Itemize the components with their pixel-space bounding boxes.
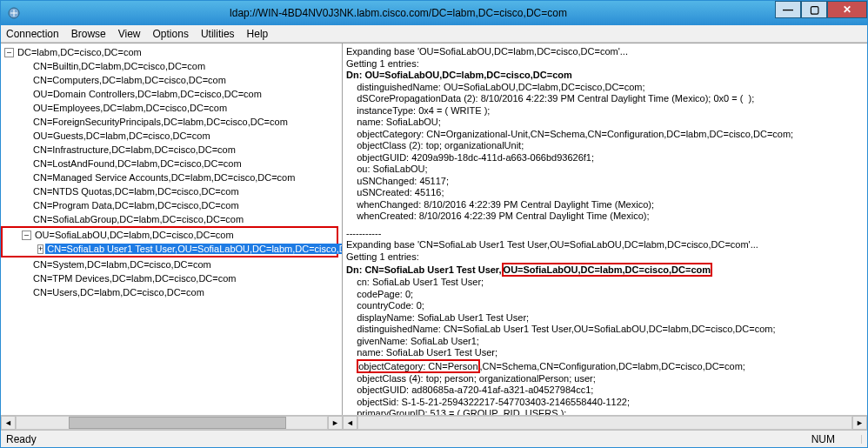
- details-objectcategory: objectCategory: CN=Person,CN=Schema,CN=C…: [346, 359, 864, 373]
- menu-bar: Connection Browse View Options Utilities…: [1, 25, 867, 43]
- expand-placeholder-icon: [20, 159, 30, 169]
- tree-item-label[interactable]: CN=Users,DC=labm,DC=cisco,DC=com: [31, 287, 206, 298]
- tree-item[interactable]: CN=Managed Service Accounts,DC=labm,DC=c…: [1, 171, 342, 184]
- details-line: objectCategory: CN=Organizational-Unit,C…: [346, 129, 864, 141]
- collapse-icon[interactable]: –: [4, 48, 14, 57]
- details-line: dSCorePropagationData (2): 8/10/2016 4:2…: [346, 93, 864, 105]
- tree-ou-child-label[interactable]: CN=SofiaLab User1 Test User,OU=SofiaLabO…: [45, 244, 343, 254]
- tree-item[interactable]: CN=System,DC=labm,DC=cisco,DC=com: [1, 257, 342, 271]
- expand-placeholder-icon: [20, 201, 30, 211]
- tree-item[interactable]: CN=NTDS Quotas,DC=labm,DC=cisco,DC=com: [1, 184, 342, 198]
- expand-placeholder-icon: [20, 215, 30, 224]
- tree-ou-child[interactable]: + CN=SofiaLab User1 Test User,OU=SofiaLa…: [3, 242, 337, 256]
- menu-utilities[interactable]: Utilities: [201, 28, 235, 40]
- status-separator: [861, 435, 862, 444]
- details-line: ou: SofiaLabOU;: [346, 164, 864, 176]
- menu-options[interactable]: Options: [153, 28, 189, 40]
- highlight-ou-dn: OU=SofiaLabOU,DC=labm,DC=cisco,DC=com: [502, 263, 712, 277]
- tree-item[interactable]: CN=Program Data,DC=labm,DC=cisco,DC=com: [1, 198, 342, 212]
- scroll-thumb[interactable]: [69, 417, 286, 429]
- details-line: objectClass (2): top; organizationalUnit…: [346, 140, 864, 152]
- status-num: NUM: [811, 433, 835, 445]
- scroll-left-icon[interactable]: ◄: [1, 416, 16, 430]
- scroll-track[interactable]: [357, 416, 852, 430]
- tree-item[interactable]: CN=Builtin,DC=labm,DC=cisco,DC=com: [1, 59, 342, 73]
- tree-item-label[interactable]: CN=NTDS Quotas,DC=labm,DC=cisco,DC=com: [31, 186, 241, 197]
- highlight-objectcategory: objectCategory: CN=Person: [357, 359, 479, 373]
- highlighted-ou-group: – OU=SofiaLabOU,DC=labm,DC=cisco,DC=com …: [1, 226, 338, 257]
- tree-item-label[interactable]: OU=Domain Controllers,DC=labm,DC=cisco,D…: [31, 89, 264, 99]
- expand-placeholder-icon: [20, 117, 30, 127]
- details-line: primaryGroupID: 513 = ( GROUP_RID_USERS …: [346, 408, 864, 415]
- minimize-button[interactable]: —: [775, 1, 801, 18]
- details-separator: -----------: [346, 228, 864, 240]
- expand-placeholder-icon: [20, 145, 30, 155]
- tree-item-label[interactable]: CN=Managed Service Accounts,DC=labm,DC=c…: [31, 172, 297, 183]
- tree-root-label[interactable]: DC=labm,DC=cisco,DC=com: [16, 47, 144, 57]
- maximize-button[interactable]: ▢: [801, 1, 827, 18]
- tree-item-label[interactable]: OU=Guests,DC=labm,DC=cisco,DC=com: [31, 130, 212, 141]
- tree-item[interactable]: CN=TPM Devices,DC=labm,DC=cisco,DC=com: [1, 271, 342, 285]
- tree-hscrollbar[interactable]: ◄ ►: [1, 415, 343, 430]
- tree-item[interactable]: OU=Guests,DC=labm,DC=cisco,DC=com: [1, 129, 342, 143]
- expand-placeholder-icon: [20, 76, 30, 85]
- menu-help[interactable]: Help: [247, 28, 269, 40]
- details-line: distinguishedName: CN=SofiaLab User1 Tes…: [346, 324, 864, 336]
- details-line: whenChanged: 8/10/2016 4:22:39 PM Centra…: [346, 199, 864, 211]
- details-line: Getting 1 entries:: [346, 251, 864, 264]
- tree-item[interactable]: CN=SofiaLabGroup,DC=labm,DC=cisco,DC=com: [1, 212, 342, 226]
- main-split: – DC=labm,DC=cisco,DC=com CN=Builtin,DC=…: [1, 43, 867, 415]
- details-line: givenName: SofiaLab User1;: [346, 336, 864, 348]
- details-line: objectClass (4): top; person; organizati…: [346, 373, 864, 385]
- expand-icon[interactable]: +: [37, 244, 43, 254]
- tree-item-label[interactable]: CN=Builtin,DC=labm,DC=cisco,DC=com: [31, 61, 207, 71]
- details-line: countryCode: 0;: [346, 300, 864, 312]
- details-line: name: SofiaLab User1 Test User;: [346, 347, 864, 359]
- tree-item[interactable]: CN=ForeignSecurityPrincipals,DC=labm,DC=…: [1, 115, 342, 129]
- tree-item-label[interactable]: CN=Infrastructure,DC=labm,DC=cisco,DC=co…: [31, 144, 237, 155]
- window-title: ldap://WIN-4BD4NV0J3NK.labm.cisco.com/DC…: [22, 7, 775, 19]
- tree-ou-parent[interactable]: – OU=SofiaLabOU,DC=labm,DC=cisco,DC=com: [3, 228, 337, 242]
- menu-view[interactable]: View: [118, 28, 141, 40]
- scroll-track[interactable]: [16, 416, 328, 430]
- scroll-left-icon[interactable]: ◄: [343, 416, 357, 430]
- details-line: cn: SofiaLab User1 Test User;: [346, 277, 864, 289]
- tree-ou-parent-label[interactable]: OU=SofiaLabOU,DC=labm,DC=cisco,DC=com: [33, 230, 236, 240]
- scroll-right-icon[interactable]: ►: [852, 416, 867, 430]
- expand-placeholder-icon: [20, 274, 30, 284]
- close-button[interactable]: ✕: [827, 1, 867, 18]
- tree-root[interactable]: – DC=labm,DC=cisco,DC=com: [1, 45, 342, 59]
- details-line: uSNChanged: 45117;: [346, 176, 864, 188]
- tree-item-label[interactable]: CN=System,DC=labm,DC=cisco,DC=com: [31, 259, 213, 270]
- details-line: distinguishedName: OU=SofiaLabOU,DC=labm…: [346, 82, 864, 94]
- details-pane[interactable]: Expanding base 'OU=SofiaLabOU,DC=labm,DC…: [343, 43, 867, 415]
- tree-item[interactable]: CN=Computers,DC=labm,DC=cisco,DC=com: [1, 73, 342, 87]
- details-line: uSNCreated: 45116;: [346, 187, 864, 199]
- tree-item-label[interactable]: OU=Employees,DC=labm,DC=cisco,DC=com: [31, 103, 229, 113]
- menu-browse[interactable]: Browse: [71, 28, 106, 40]
- tree-item-label[interactable]: CN=LostAndFound,DC=labm,DC=cisco,DC=com: [31, 158, 244, 169]
- details-line: objectGUID: 4209a99b-18dc-411d-a663-066b…: [346, 152, 864, 164]
- details-line: displayName: SofiaLab User1 Test User;: [346, 312, 864, 324]
- details-line: name: SofiaLabOU;: [346, 117, 864, 129]
- tree-item-label[interactable]: CN=ForeignSecurityPrincipals,DC=labm,DC=…: [31, 117, 290, 127]
- status-bar: Ready NUM: [1, 430, 867, 447]
- details-hscrollbar[interactable]: ◄ ►: [343, 415, 867, 430]
- tree-item[interactable]: CN=Infrastructure,DC=labm,DC=cisco,DC=co…: [1, 143, 342, 157]
- tree-item-label[interactable]: CN=Program Data,DC=labm,DC=cisco,DC=com: [31, 200, 241, 211]
- details-line: instanceType: 0x4 = ( WRITE );: [346, 105, 864, 117]
- menu-connection[interactable]: Connection: [6, 28, 59, 40]
- scrollbar-row: ◄ ► ◄ ►: [1, 415, 867, 430]
- tree-item-label[interactable]: CN=SofiaLabGroup,DC=labm,DC=cisco,DC=com: [31, 214, 245, 224]
- expand-placeholder-icon: [20, 187, 30, 197]
- tree-item[interactable]: OU=Domain Controllers,DC=labm,DC=cisco,D…: [1, 87, 342, 101]
- scroll-right-icon[interactable]: ►: [328, 416, 343, 430]
- tree-item[interactable]: CN=LostAndFound,DC=labm,DC=cisco,DC=com: [1, 157, 342, 171]
- collapse-icon[interactable]: –: [22, 231, 31, 240]
- tree-item[interactable]: OU=Employees,DC=labm,DC=cisco,DC=com: [1, 101, 342, 115]
- tree-item-label[interactable]: CN=TPM Devices,DC=labm,DC=cisco,DC=com: [31, 273, 238, 284]
- details-line: Getting 1 entries:: [346, 58, 864, 70]
- tree-item[interactable]: CN=Users,DC=labm,DC=cisco,DC=com: [1, 285, 342, 299]
- tree-pane[interactable]: – DC=labm,DC=cisco,DC=com CN=Builtin,DC=…: [1, 43, 343, 415]
- tree-item-label[interactable]: CN=Computers,DC=labm,DC=cisco,DC=com: [31, 75, 228, 85]
